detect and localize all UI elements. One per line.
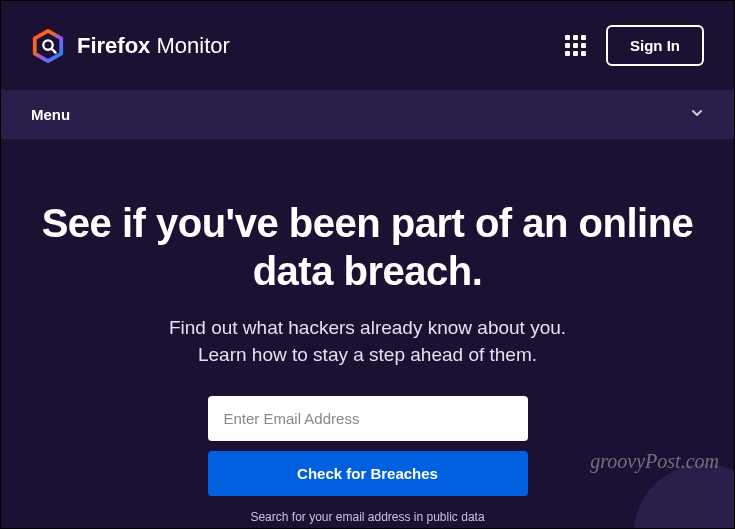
- firefox-monitor-icon: [31, 29, 65, 63]
- logo-text: Firefox Monitor: [77, 33, 230, 59]
- apps-grid-icon[interactable]: [565, 35, 586, 56]
- sign-in-button[interactable]: Sign In: [606, 25, 704, 66]
- menu-bar[interactable]: Menu: [1, 90, 734, 139]
- svg-line-2: [52, 48, 56, 52]
- page-headline: See if you've been part of an online dat…: [41, 199, 694, 295]
- chevron-down-icon: [690, 106, 704, 123]
- breach-form: Check for Breaches: [41, 396, 694, 496]
- header: Firefox Monitor Sign In: [1, 1, 734, 90]
- check-breaches-button[interactable]: Check for Breaches: [208, 451, 528, 496]
- page-subheadline: Find out what hackers already know about…: [41, 315, 694, 368]
- svg-marker-0: [35, 30, 61, 60]
- menu-label: Menu: [31, 106, 70, 123]
- logo[interactable]: Firefox Monitor: [31, 29, 230, 63]
- main-content: See if you've been part of an online dat…: [1, 139, 734, 529]
- email-field[interactable]: [208, 396, 528, 441]
- helper-text: Search for your email address in public …: [41, 508, 694, 529]
- header-actions: Sign In: [565, 25, 704, 66]
